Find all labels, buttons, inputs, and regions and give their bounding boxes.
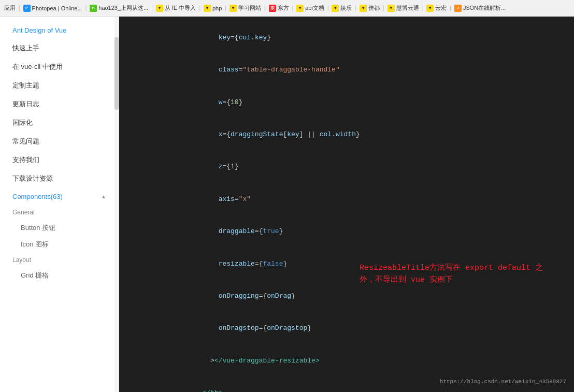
code-line-3: w={10} — [130, 86, 564, 119]
browser-app-label: 应用 — [4, 4, 16, 12]
hao123-favicon: h — [90, 5, 97, 12]
browser-bookmark-dongfang[interactable]: 东 东方 — [269, 4, 289, 12]
code-line-10: onDragstop={onDragstop} — [130, 313, 564, 345]
huibo-favicon: ▼ — [388, 5, 395, 12]
sidebar-subitem-layout: Layout — [0, 253, 119, 267]
sidebar-item-changelog[interactable]: 更新日志 — [0, 95, 119, 113]
json-favicon: J — [454, 5, 462, 12]
code-line-11: ></vue-draggable-resizable> — [130, 345, 564, 377]
code-line-5: z={1} — [130, 151, 564, 183]
chevron-up-icon: ▲ — [101, 194, 106, 199]
browser-bookmark-ie[interactable]: ▼ 从 IE 中导入 — [156, 4, 196, 12]
browser-bookmark-photopea[interactable]: P Photopea | Online... — [23, 5, 82, 12]
code-line-4: x={draggingState[key] || col.width} — [130, 119, 564, 151]
browser-bookmark-jiadu[interactable]: ▼ 佳都 — [360, 4, 380, 12]
api-favicon: ▼ — [296, 5, 304, 12]
jiadu-favicon: ▼ — [360, 5, 367, 12]
browser-bookmark-api[interactable]: ▼ api文档 — [296, 4, 324, 12]
sidebar-item-vuecli[interactable]: 在 vue-cli 中使用 — [0, 57, 119, 76]
code-line-2: class="table-draggable-handle" — [130, 54, 564, 86]
sidebar-item-support[interactable]: 支持我们 — [0, 151, 119, 169]
yunhong-favicon: ▼ — [426, 5, 434, 12]
photopea-favicon: P — [23, 5, 31, 12]
learning-favicon: ▼ — [229, 5, 237, 12]
sidebar-item-i18n[interactable]: 国际化 — [0, 113, 119, 132]
dongfang-favicon: 东 — [269, 5, 276, 12]
code-line-9: onDragging={onDrag} — [130, 280, 564, 312]
sidebar-item-components[interactable]: Components(63) ▲ — [0, 188, 119, 205]
sidebar: Ant Design of Vue 快速上手 在 vue-cli 中使用 定制主… — [0, 17, 119, 392]
sidebar-scrollbar-track — [114, 17, 119, 392]
code-line-1: key={col.key} — [130, 22, 564, 54]
code-line-8: resizable={false} — [130, 248, 564, 280]
browser-bar: 应用 | P Photopea | Online... | h hao123_上… — [0, 0, 574, 17]
ie-favicon: ▼ — [156, 5, 163, 12]
sidebar-item-antdesign[interactable]: Ant Design of Vue — [0, 22, 119, 39]
watermark: https://blog.csdn.net/weixin_43589827 — [440, 378, 566, 387]
browser-bookmark-php[interactable]: ▼ php — [204, 5, 222, 12]
sidebar-item-download[interactable]: 下载设计资源 — [0, 169, 119, 188]
main-layout: Ant Design of Vue 快速上手 在 vue-cli 中使用 定制主… — [0, 17, 574, 392]
content-area: key={col.key} class="table-draggable-han… — [119, 17, 574, 392]
entertainment-favicon: ▼ — [332, 5, 339, 12]
browser-bookmark-json[interactable]: J JSON在线解析... — [454, 4, 506, 12]
sidebar-scrollbar-thumb[interactable] — [114, 37, 119, 110]
sidebar-subitem-general: General — [0, 205, 119, 220]
php-favicon: ▼ — [204, 5, 211, 12]
sidebar-subitem-button[interactable]: Button 按钮 — [0, 220, 119, 236]
sidebar-item-quickstart[interactable]: 快速上手 — [0, 39, 119, 57]
browser-bookmark-hao123[interactable]: h hao123_上网从这... — [90, 4, 148, 12]
code-line-6: axis="x" — [130, 183, 564, 215]
code-line-7: draggable={true} — [130, 215, 564, 248]
sidebar-item-faq[interactable]: 常见问题 — [0, 132, 119, 151]
sidebar-subitem-icon[interactable]: Icon 图标 — [0, 236, 119, 253]
sidebar-subitem-grid[interactable]: Grid 栅格 — [0, 267, 119, 284]
browser-bookmark-learning[interactable]: ▼ 学习网站 — [229, 4, 261, 12]
code-editor[interactable]: key={col.key} class="table-draggable-han… — [119, 17, 574, 392]
browser-bookmark-huibo[interactable]: ▼ 慧博云通 — [388, 4, 419, 12]
sidebar-item-theme[interactable]: 定制主题 — [0, 76, 119, 95]
browser-bookmark-entertainment[interactable]: ▼ 娱乐 — [332, 4, 352, 12]
browser-bookmark-yunhong[interactable]: ▼ 云宏 — [426, 4, 447, 12]
